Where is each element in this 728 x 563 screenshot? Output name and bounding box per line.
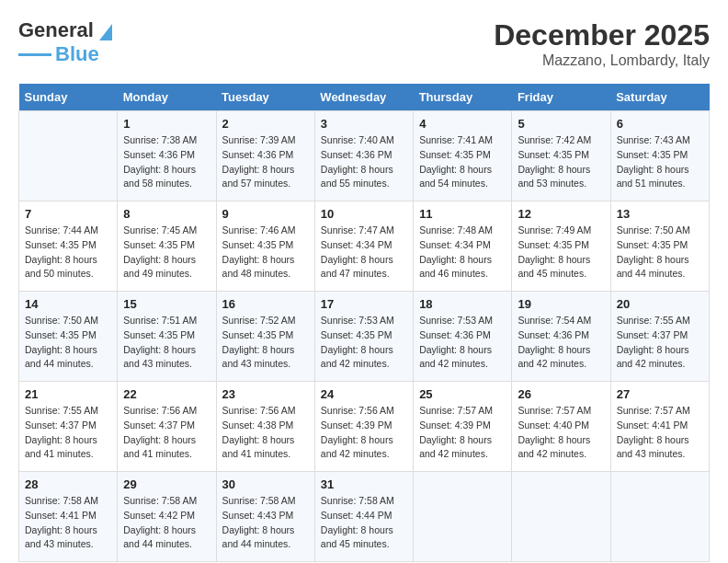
logo: General Blue: [18, 18, 112, 66]
cell-info: Sunrise: 7:53 AMSunset: 4:35 PMDaylight:…: [321, 314, 407, 372]
calendar-cell: 8Sunrise: 7:45 AMSunset: 4:35 PMDaylight…: [118, 201, 216, 292]
day-number: 29: [123, 477, 210, 491]
title-block: December 2025 Mazzano, Lombardy, Italy: [494, 18, 710, 69]
calendar-cell: 28Sunrise: 7:58 AMSunset: 4:41 PMDayligh…: [19, 472, 118, 562]
cell-info: Sunrise: 7:41 AMSunset: 4:35 PMDaylight:…: [419, 133, 506, 191]
cell-info: Sunrise: 7:58 AMSunset: 4:42 PMDaylight:…: [123, 494, 210, 552]
day-number: 21: [25, 387, 111, 401]
calendar-cell: 1Sunrise: 7:38 AMSunset: 4:36 PMDaylight…: [118, 111, 216, 201]
day-number: 7: [25, 207, 111, 221]
cell-info: Sunrise: 7:42 AMSunset: 4:35 PMDaylight:…: [518, 133, 604, 191]
calendar-cell: [610, 472, 709, 562]
cell-info: Sunrise: 7:44 AMSunset: 4:35 PMDaylight:…: [25, 224, 111, 282]
day-number: 10: [321, 207, 407, 221]
calendar-header-row: SundayMondayTuesdayWednesdayThursdayFrid…: [19, 84, 710, 111]
day-number: 4: [419, 117, 506, 131]
calendar-cell: 9Sunrise: 7:46 AMSunset: 4:35 PMDaylight…: [216, 201, 314, 292]
day-number: 3: [321, 117, 407, 131]
calendar-cell: 31Sunrise: 7:58 AMSunset: 4:44 PMDayligh…: [314, 472, 413, 562]
calendar-cell: 23Sunrise: 7:56 AMSunset: 4:38 PMDayligh…: [216, 382, 314, 472]
calendar-cell: 22Sunrise: 7:56 AMSunset: 4:37 PMDayligh…: [118, 382, 216, 472]
day-number: 9: [222, 207, 309, 221]
header-sunday: Sunday: [19, 84, 118, 111]
cell-info: Sunrise: 7:49 AMSunset: 4:35 PMDaylight:…: [518, 224, 604, 282]
cell-info: Sunrise: 7:40 AMSunset: 4:36 PMDaylight:…: [321, 133, 407, 191]
cell-info: Sunrise: 7:58 AMSunset: 4:43 PMDaylight:…: [222, 494, 309, 552]
day-number: 2: [222, 117, 309, 131]
logo-blue: Blue: [55, 42, 99, 66]
cell-info: Sunrise: 7:52 AMSunset: 4:35 PMDaylight:…: [222, 314, 309, 372]
day-number: 26: [518, 387, 604, 401]
day-number: 17: [321, 297, 407, 311]
calendar-cell: 19Sunrise: 7:54 AMSunset: 4:36 PMDayligh…: [512, 292, 610, 382]
cell-info: Sunrise: 7:57 AMSunset: 4:41 PMDaylight:…: [617, 404, 703, 462]
calendar-cell: 10Sunrise: 7:47 AMSunset: 4:34 PMDayligh…: [314, 201, 413, 292]
day-number: 8: [123, 207, 210, 221]
calendar-cell: 12Sunrise: 7:49 AMSunset: 4:35 PMDayligh…: [512, 201, 610, 292]
cell-info: Sunrise: 7:54 AMSunset: 4:36 PMDaylight:…: [518, 314, 604, 372]
calendar-cell: 15Sunrise: 7:51 AMSunset: 4:35 PMDayligh…: [118, 292, 216, 382]
cell-info: Sunrise: 7:55 AMSunset: 4:37 PMDaylight:…: [617, 314, 703, 372]
day-number: 1: [123, 117, 210, 131]
day-number: 14: [25, 297, 111, 311]
calendar-week-row: 14Sunrise: 7:50 AMSunset: 4:35 PMDayligh…: [19, 292, 710, 382]
cell-info: Sunrise: 7:45 AMSunset: 4:35 PMDaylight:…: [123, 224, 210, 282]
cell-info: Sunrise: 7:55 AMSunset: 4:37 PMDaylight:…: [25, 404, 111, 462]
calendar-week-row: 28Sunrise: 7:58 AMSunset: 4:41 PMDayligh…: [19, 472, 710, 562]
header-tuesday: Tuesday: [216, 84, 314, 111]
day-number: 6: [617, 117, 703, 131]
location-title: Mazzano, Lombardy, Italy: [494, 52, 710, 69]
day-number: 11: [419, 207, 506, 221]
calendar-cell: 24Sunrise: 7:56 AMSunset: 4:39 PMDayligh…: [314, 382, 413, 472]
calendar-table: SundayMondayTuesdayWednesdayThursdayFrid…: [18, 84, 710, 562]
logo-general: General: [18, 18, 94, 42]
day-number: 19: [518, 297, 604, 311]
day-number: 18: [419, 297, 506, 311]
calendar-cell: 25Sunrise: 7:57 AMSunset: 4:39 PMDayligh…: [414, 382, 512, 472]
cell-info: Sunrise: 7:47 AMSunset: 4:34 PMDaylight:…: [321, 224, 407, 282]
calendar-cell: 27Sunrise: 7:57 AMSunset: 4:41 PMDayligh…: [610, 382, 709, 472]
logo-icon: [96, 20, 112, 40]
day-number: 12: [518, 207, 604, 221]
calendar-cell: 2Sunrise: 7:39 AMSunset: 4:36 PMDaylight…: [216, 111, 314, 201]
calendar-cell: 21Sunrise: 7:55 AMSunset: 4:37 PMDayligh…: [19, 382, 118, 472]
header-friday: Friday: [512, 84, 610, 111]
cell-info: Sunrise: 7:38 AMSunset: 4:36 PMDaylight:…: [123, 133, 210, 191]
cell-info: Sunrise: 7:56 AMSunset: 4:37 PMDaylight:…: [123, 404, 210, 462]
cell-info: Sunrise: 7:51 AMSunset: 4:35 PMDaylight:…: [123, 314, 210, 372]
cell-info: Sunrise: 7:57 AMSunset: 4:39 PMDaylight:…: [419, 404, 506, 462]
cell-info: Sunrise: 7:50 AMSunset: 4:35 PMDaylight:…: [25, 314, 111, 372]
day-number: 27: [617, 387, 703, 401]
calendar-cell: 4Sunrise: 7:41 AMSunset: 4:35 PMDaylight…: [414, 111, 512, 201]
svg-marker-0: [99, 24, 112, 40]
day-number: 22: [123, 387, 210, 401]
cell-info: Sunrise: 7:57 AMSunset: 4:40 PMDaylight:…: [518, 404, 604, 462]
calendar-week-row: 21Sunrise: 7:55 AMSunset: 4:37 PMDayligh…: [19, 382, 710, 472]
month-title: December 2025: [494, 18, 710, 52]
cell-info: Sunrise: 7:50 AMSunset: 4:35 PMDaylight:…: [617, 224, 703, 282]
cell-info: Sunrise: 7:39 AMSunset: 4:36 PMDaylight:…: [222, 133, 309, 191]
cell-info: Sunrise: 7:56 AMSunset: 4:39 PMDaylight:…: [321, 404, 407, 462]
day-number: 30: [222, 477, 309, 491]
calendar-cell: 11Sunrise: 7:48 AMSunset: 4:34 PMDayligh…: [414, 201, 512, 292]
calendar-cell: 26Sunrise: 7:57 AMSunset: 4:40 PMDayligh…: [512, 382, 610, 472]
cell-info: Sunrise: 7:56 AMSunset: 4:38 PMDaylight:…: [222, 404, 309, 462]
day-number: 20: [617, 297, 703, 311]
cell-info: Sunrise: 7:53 AMSunset: 4:36 PMDaylight:…: [419, 314, 506, 372]
calendar-cell: 5Sunrise: 7:42 AMSunset: 4:35 PMDaylight…: [512, 111, 610, 201]
header-thursday: Thursday: [414, 84, 512, 111]
day-number: 13: [617, 207, 703, 221]
cell-info: Sunrise: 7:58 AMSunset: 4:44 PMDaylight:…: [321, 494, 407, 552]
cell-info: Sunrise: 7:48 AMSunset: 4:34 PMDaylight:…: [419, 224, 506, 282]
logo-bar: [18, 53, 51, 56]
day-number: 16: [222, 297, 309, 311]
header-wednesday: Wednesday: [314, 84, 413, 111]
calendar-cell: 17Sunrise: 7:53 AMSunset: 4:35 PMDayligh…: [314, 292, 413, 382]
calendar-cell: 16Sunrise: 7:52 AMSunset: 4:35 PMDayligh…: [216, 292, 314, 382]
calendar-cell: [19, 111, 118, 201]
calendar-cell: 20Sunrise: 7:55 AMSunset: 4:37 PMDayligh…: [610, 292, 709, 382]
calendar-cell: 6Sunrise: 7:43 AMSunset: 4:35 PMDaylight…: [610, 111, 709, 201]
calendar-cell: [414, 472, 512, 562]
calendar-cell: 18Sunrise: 7:53 AMSunset: 4:36 PMDayligh…: [414, 292, 512, 382]
day-number: 24: [321, 387, 407, 401]
